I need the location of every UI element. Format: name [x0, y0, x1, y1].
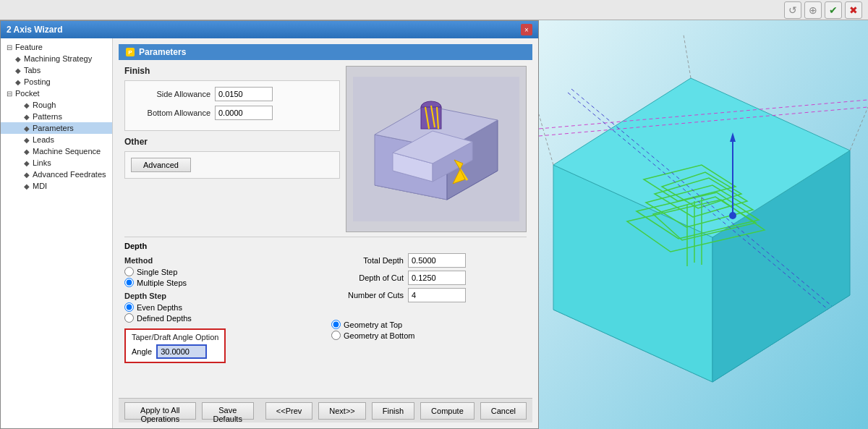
viewport — [539, 20, 868, 429]
leaf-icon: ◆ — [24, 182, 30, 190]
folder-icon: ⊟ — [7, 43, 12, 51]
tree-item-parameters[interactable]: ◆ Parameters — [1, 122, 112, 134]
tree-item-tabs[interactable]: ◆ Tabs — [1, 64, 112, 76]
leaf-icon: ◆ — [15, 78, 21, 86]
pan-button[interactable]: ⊕ — [804, 1, 822, 19]
single-step-row: Single Step — [124, 267, 320, 276]
svg-point-38 — [729, 212, 736, 219]
bottom-allowance-label: Bottom Allowance — [131, 109, 210, 117]
confirm-button[interactable]: ✔ — [825, 1, 842, 19]
separator — [124, 237, 527, 237]
tree-item-pocket[interactable]: ⊟ Pocket — [1, 88, 112, 99]
side-allowance-input[interactable] — [215, 87, 273, 101]
save-defaults-button[interactable]: Save Defaults — [202, 402, 254, 420]
multiple-steps-radio[interactable] — [124, 278, 134, 287]
multiple-steps-label: Multiple Steps — [137, 279, 187, 287]
params-title: Parameters — [139, 47, 186, 57]
geometry-bottom-label: Geometry at Bottom — [344, 331, 414, 340]
next-button[interactable]: Next>> — [318, 402, 365, 420]
leaf-icon: ◆ — [24, 101, 30, 109]
depth-of-cut-input[interactable] — [408, 271, 466, 285]
depth-section: Depth Method Single Step Multip — [124, 242, 527, 363]
angle-input[interactable] — [156, 344, 207, 359]
tree-item-mdi[interactable]: ◆ MDI — [1, 180, 112, 192]
even-depths-radio[interactable] — [124, 302, 134, 312]
defined-depths-radio[interactable] — [124, 313, 134, 323]
total-depth-row: Total Depth — [331, 253, 527, 268]
other-section: Other Advanced — [124, 137, 340, 179]
single-step-radio[interactable] — [124, 267, 134, 276]
content-scroll: Finish Side Allowance Bottom Allowance — [119, 60, 532, 398]
even-depths-label: Even Depths — [137, 303, 182, 312]
geometry-top-row: Geometry at Top — [331, 320, 527, 329]
side-allowance-label: Side Allowance — [131, 90, 210, 98]
prev-button[interactable]: <<Prev — [265, 402, 312, 420]
leaf-icon: ◆ — [24, 171, 30, 179]
cancel-x-button[interactable]: ✖ — [845, 1, 862, 19]
leaf-icon: ◆ — [15, 67, 21, 75]
other-box: Advanced — [124, 151, 340, 179]
dialog-close-button[interactable]: × — [521, 24, 532, 35]
angle-label: Angle — [132, 347, 152, 356]
tree-panel: ⊟ Feature ◆ Machining Strategy ◆ Tabs ◆ … — [1, 38, 113, 428]
main-area: 2 Axis Wizard × ⊟ Feature ◆ Machining St… — [0, 20, 868, 429]
leaf-icon: ◆ — [24, 124, 30, 132]
params-icon: P — [126, 48, 135, 56]
depth-left: Method Single Step Multiple Steps Depth … — [124, 253, 320, 363]
taper-row: Angle — [132, 344, 218, 359]
compute-button[interactable]: Compute — [420, 402, 475, 420]
total-depth-input[interactable] — [408, 253, 466, 268]
tree-item-feature[interactable]: ⊟ Feature — [1, 41, 112, 53]
tree-item-rough[interactable]: ◆ Rough — [1, 99, 112, 111]
finish-left: Finish Side Allowance Bottom Allowance — [124, 66, 340, 232]
params-header: P Parameters — [119, 44, 532, 60]
folder-icon: ⊟ — [7, 90, 12, 98]
defined-depths-label: Defined Depths — [137, 314, 192, 323]
bottom-allowance-row: Bottom Allowance — [131, 106, 333, 120]
number-of-cuts-input[interactable] — [408, 288, 466, 302]
rotate-button[interactable]: ↺ — [784, 1, 801, 19]
taper-section: Taper/Draft Angle Option Angle — [124, 328, 226, 363]
tree-item-links[interactable]: ◆ Links — [1, 157, 112, 169]
total-depth-label: Total Depth — [331, 256, 404, 265]
depth-of-cut-row: Depth of Cut — [331, 271, 527, 285]
apply-all-button[interactable]: Apply to All Operations — [124, 402, 196, 420]
leaf-icon: ◆ — [15, 55, 21, 63]
tree-item-posting[interactable]: ◆ Posting — [1, 76, 112, 88]
tree-item-patterns[interactable]: ◆ Patterns — [1, 111, 112, 122]
leaf-icon: ◆ — [24, 113, 30, 121]
geometry-top-radio[interactable] — [331, 320, 341, 329]
other-header: Other — [124, 137, 340, 147]
dialog-body: ⊟ Feature ◆ Machining Strategy ◆ Tabs ◆ … — [1, 38, 538, 428]
content-panel: P Parameters Finish Side Allowance — [113, 38, 538, 428]
finish-header: Finish — [124, 66, 340, 76]
preview-svg — [353, 77, 519, 221]
number-of-cuts-row: Number of Cuts — [331, 288, 527, 302]
cancel-button[interactable]: Cancel — [480, 402, 527, 420]
tree-item-leads[interactable]: ◆ Leads — [1, 134, 112, 145]
bottom-toolbar: Apply to All Operations Save Defaults <<… — [119, 398, 532, 422]
single-step-label: Single Step — [137, 268, 177, 276]
geometry-options: Geometry at Top Geometry at Bottom — [331, 320, 527, 340]
depth-right: Total Depth Depth of Cut Number of Cuts — [331, 253, 527, 363]
advanced-button[interactable]: Advanced — [131, 158, 191, 172]
side-allowance-row: Side Allowance — [131, 87, 333, 101]
preview-image — [346, 66, 527, 232]
geometry-bottom-radio[interactable] — [331, 331, 341, 340]
depth-body: Method Single Step Multiple Steps Depth … — [124, 253, 527, 363]
depth-header: Depth — [124, 242, 527, 250]
tree-item-advanced-feedrates[interactable]: ◆ Advanced Feedrates — [1, 169, 112, 180]
leaf-icon: ◆ — [24, 148, 30, 156]
depth-step-label: Depth Step — [124, 292, 320, 300]
dialog-title: 2 Axis Wizard — [7, 25, 62, 35]
finish-box: Side Allowance Bottom Allowance — [124, 80, 340, 131]
multiple-steps-row: Multiple Steps — [124, 278, 320, 287]
finish-button[interactable]: Finish — [372, 402, 414, 420]
tree-item-machining-strategy[interactable]: ◆ Machining Strategy — [1, 53, 112, 64]
leaf-icon: ◆ — [24, 136, 30, 144]
tree-item-machine-sequence[interactable]: ◆ Machine Sequence — [1, 145, 112, 157]
viewport-svg — [539, 20, 868, 429]
leaf-icon: ◆ — [24, 159, 30, 167]
bottom-allowance-input[interactable] — [215, 106, 273, 120]
taper-title: Taper/Draft Angle Option — [132, 333, 218, 341]
